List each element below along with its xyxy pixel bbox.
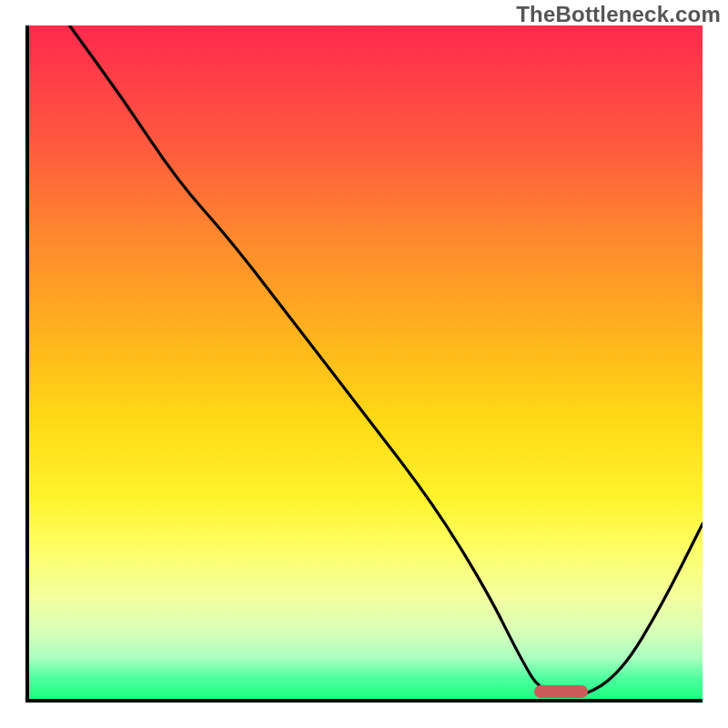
watermark-text: TheBottleneck.com bbox=[516, 2, 721, 27]
chart-container: TheBottleneck.com bbox=[0, 0, 728, 728]
bottleneck-curve bbox=[29, 25, 703, 699]
plot-area bbox=[25, 25, 703, 703]
optimal-range-marker bbox=[534, 685, 588, 698]
